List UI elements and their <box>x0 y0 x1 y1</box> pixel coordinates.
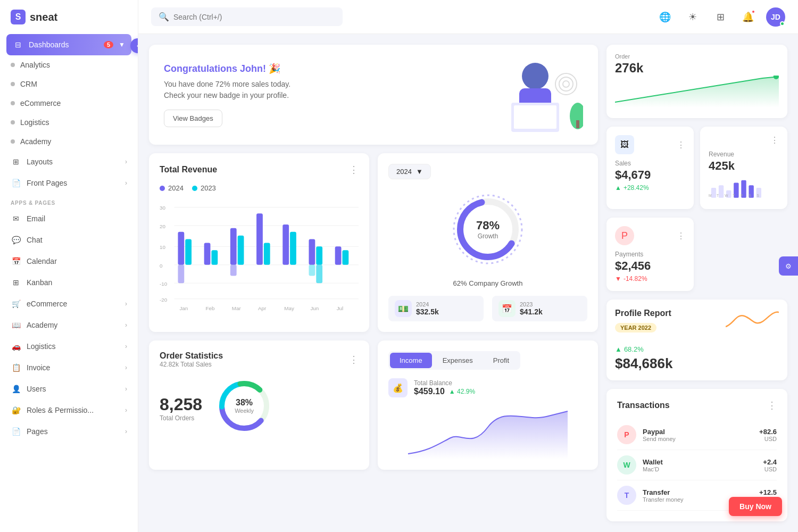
sidebar-item-pages[interactable]: 📄 Pages › <box>0 421 138 442</box>
trans-amount-transfer: +12.5 <box>759 488 777 496</box>
sidebar-item-analytics[interactable]: Analytics <box>0 55 138 74</box>
grid-icon[interactable]: ⊞ <box>711 7 730 27</box>
tab-income[interactable]: Income <box>390 353 432 368</box>
sidebar-item-label: Pages <box>27 427 120 436</box>
more-options-icon[interactable]: ⋮ <box>677 140 685 150</box>
sidebar-item-users[interactable]: 👤 Users › <box>0 378 138 400</box>
svg-text:T: T <box>717 194 719 197</box>
svg-text:Jan: Jan <box>179 305 188 311</box>
sidebar-item-kanban[interactable]: ⊞ Kanban <box>0 272 138 293</box>
svg-rect-22 <box>185 239 192 265</box>
svg-text:S: S <box>749 194 751 197</box>
sidebar-item-academy2[interactable]: 📖 Academy › <box>0 314 138 336</box>
sidebar-item-invoice[interactable]: 📋 Invoice › <box>0 357 138 378</box>
svg-text:-20: -20 <box>160 297 168 303</box>
legend-dot-2023 <box>192 186 197 191</box>
notification-button[interactable]: 🔔 <box>738 7 758 27</box>
header-icons: 🌐 ☀ ⊞ 🔔 JD <box>655 7 785 27</box>
more-options-icon[interactable]: ⋮ <box>770 135 779 145</box>
sidebar-item-label: Layouts <box>27 157 120 166</box>
payments-icon: P <box>615 226 634 245</box>
bottom-row: Order Statistics 42.82k Total Sales ⋮ 8,… <box>149 340 598 470</box>
chevron-right-icon: › <box>125 321 127 329</box>
kanban-icon: ⊞ <box>11 277 21 288</box>
welcome-card: Congratulations John! 🎉 You have done 72… <box>149 45 598 145</box>
search-box[interactable]: 🔍 <box>151 7 343 26</box>
order-stats-subtitle: 42.82k Total Sales <box>160 361 223 368</box>
year-badge: YEAR 2022 <box>615 323 656 332</box>
sidebar: S sneat ‹ ⊟ Dashboards 5 ▼ Analytics CRM… <box>0 0 138 532</box>
chevron-right-icon: › <box>125 385 127 393</box>
svg-rect-30 <box>290 232 296 265</box>
chevron-down-icon: ▼ <box>119 41 125 48</box>
svg-rect-54 <box>711 188 716 198</box>
sidebar-item-ecommerce2[interactable]: 🛒 eCommerce › <box>0 293 138 314</box>
sidebar-item-email[interactable]: ✉ Email <box>0 208 138 229</box>
svg-text:F: F <box>741 194 743 197</box>
dashboard-icon: ⊟ <box>13 39 23 50</box>
tab-profit[interactable]: Profit <box>484 353 519 368</box>
svg-rect-3 <box>514 105 556 129</box>
sidebar-item-label: eCommerce <box>20 99 127 107</box>
sidebar-item-ecommerce[interactable]: eCommerce <box>0 94 138 113</box>
theme-icon[interactable]: ☀ <box>683 7 702 27</box>
sidebar-item-calendar[interactable]: 📅 Calendar <box>0 251 138 272</box>
search-input[interactable] <box>173 13 335 21</box>
growth-stat-2023: 📅 2023 $41.2k <box>492 296 587 321</box>
balance-icon: 💰 <box>388 378 408 397</box>
sidebar-item-dashboards[interactable]: ⊟ Dashboards 5 ▼ <box>6 34 131 55</box>
right-column: Order 276k <box>606 45 787 521</box>
sidebar-item-chat[interactable]: 💬 Chat <box>0 229 138 251</box>
more-options-icon[interactable]: ⋮ <box>767 400 777 411</box>
sidebar-item-logistics2[interactable]: 🚗 Logistics › <box>0 336 138 357</box>
view-badges-button[interactable]: View Badges <box>164 110 222 127</box>
sidebar-item-logistics-top[interactable]: Logistics <box>0 113 138 132</box>
users-icon: 👤 <box>11 384 21 394</box>
sidebar-item-academy-top[interactable]: Academy <box>0 132 138 151</box>
content-area: Congratulations John! 🎉 You have done 72… <box>138 34 798 532</box>
tab-expenses[interactable]: Expenses <box>433 353 483 368</box>
calendar-icon: 📅 <box>11 256 21 267</box>
sidebar-item-roles[interactable]: 🔐 Roles & Permissio... › <box>0 400 138 421</box>
svg-rect-55 <box>719 185 724 198</box>
settings-button[interactable]: ⚙ <box>779 256 798 276</box>
sidebar-item-front-pages[interactable]: 📄 Front Pages › <box>0 172 138 194</box>
svg-text:20: 20 <box>160 223 165 229</box>
svg-text:May: May <box>284 305 294 311</box>
trans-desc-wallet: Mac'D <box>643 466 757 472</box>
header: 🔍 🌐 ☀ ⊞ 🔔 JD <box>138 0 798 34</box>
sidebar-item-label: Dashboards <box>29 40 98 49</box>
sidebar-item-label: Chat <box>27 236 127 244</box>
academy-icon: 📖 <box>11 320 21 330</box>
globe-icon[interactable]: 🌐 <box>655 7 675 27</box>
sidebar-item-label: Kanban <box>27 278 127 287</box>
transaction-wallet: W Wallet Mac'D +2.4 USD <box>617 450 777 480</box>
chart-legend: 2024 2023 <box>160 184 359 192</box>
revenue-label: Revenue <box>709 151 779 158</box>
sales-label: Sales <box>615 160 685 167</box>
sidebar-item-crm[interactable]: CRM <box>0 74 138 94</box>
sidebar-item-layouts[interactable]: ⊞ Layouts › <box>0 151 138 172</box>
more-options-icon[interactable]: ⋮ <box>677 231 685 241</box>
svg-rect-24 <box>211 250 218 265</box>
chevron-down-icon: ▼ <box>416 168 423 176</box>
profile-report-title: Profile Report <box>615 309 671 318</box>
more-options-icon[interactable]: ⋮ <box>349 354 359 365</box>
transaction-paypal: P Paypal Send money +82.6 USD <box>617 420 777 450</box>
svg-rect-28 <box>264 243 270 264</box>
order-statistics-card: Order Statistics 42.82k Total Sales ⋮ 8,… <box>149 340 369 470</box>
welcome-text: Congratulations John! 🎉 You have done 72… <box>164 63 477 127</box>
buy-now-button[interactable]: Buy Now <box>729 497 782 516</box>
stat-year-2023: 2023 <box>520 301 543 307</box>
more-options-icon[interactable]: ⋮ <box>349 164 359 176</box>
total-balance-label: Total Balance <box>414 379 475 387</box>
payments-change: ▼ -14.82% <box>615 275 685 282</box>
order-donut: 38% Weekly <box>215 377 273 435</box>
growth-percent: 78% <box>476 219 500 232</box>
sidebar-collapse-button[interactable]: ‹ <box>130 38 138 53</box>
svg-text:0: 0 <box>160 263 163 269</box>
dollar-icon: 💵 <box>395 300 412 317</box>
avatar[interactable]: JD <box>766 7 785 27</box>
year-selector[interactable]: 2024 ▼ <box>388 164 431 179</box>
sales-icon: 🖼 <box>615 135 634 154</box>
